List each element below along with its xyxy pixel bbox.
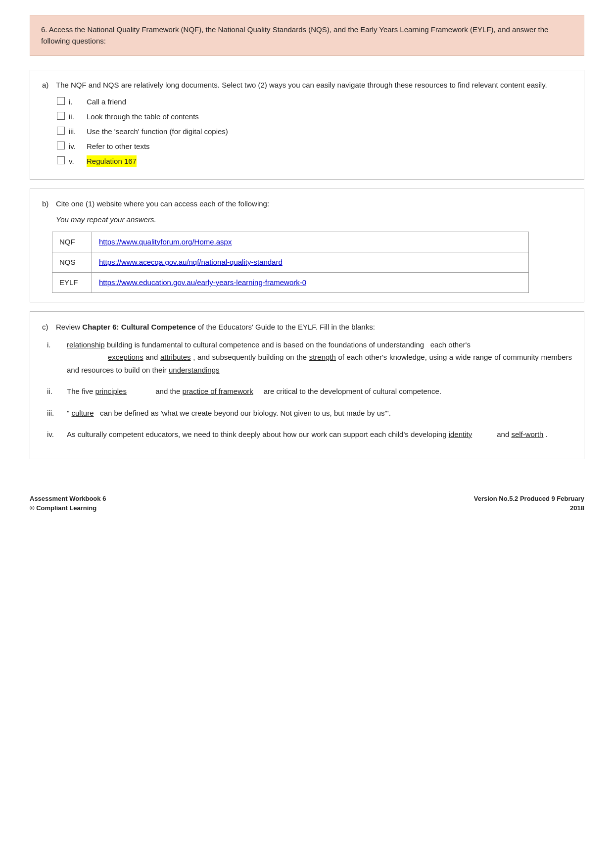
checkbox-label-ii: ii. Look through the table of contents xyxy=(69,111,199,123)
checkbox-item-iv: iv. Refer to other texts xyxy=(57,141,572,152)
checkbox-icon-i[interactable] xyxy=(57,97,65,105)
question-6-text: 6. Access the National Quality Framework… xyxy=(41,25,548,45)
section-b-box: b) Cite one (1) website where you can ac… xyxy=(30,189,584,302)
blank-ci-3: attributes xyxy=(160,353,191,361)
option-num-iv: iv. xyxy=(69,141,83,152)
checkbox-label-v: v. Regulation 167 xyxy=(69,155,137,167)
roman-item-ciii: iii. " culture can be defined as 'what w… xyxy=(47,407,572,420)
roman-num-ci: i. xyxy=(47,338,67,351)
option-text-v: Regulation 167 xyxy=(87,155,137,167)
label-nqf: NQF xyxy=(52,232,92,252)
checkbox-label-i: i. Call a friend xyxy=(69,96,126,108)
section-a-intro: The NQF and NQS are relatively long docu… xyxy=(56,79,547,91)
link-eylf[interactable]: https://www.education.gov.au/early-years… xyxy=(99,278,306,287)
checkbox-icon-v[interactable] xyxy=(57,156,65,164)
footer-year: 2018 xyxy=(474,503,584,513)
checkbox-icon-iii[interactable] xyxy=(57,127,65,135)
blank-ciii-1: culture xyxy=(72,409,94,417)
checkbox-item-i: i. Call a friend xyxy=(57,96,572,108)
section-a-header: a) The NQF and NQS are relatively long d… xyxy=(42,79,572,91)
table-row-nqs: NQS https://www.acecqa.gov.au/nqf/nation… xyxy=(52,252,529,273)
url-nqs: https://www.acecqa.gov.au/nqf/national-q… xyxy=(92,252,529,273)
resources-table: NQF https://www.qualityforum.org/Home.as… xyxy=(52,232,529,293)
footer-version: Version No.5.2 Produced 9 February xyxy=(474,494,584,504)
section-c-bold: Chapter 6: Cultural Competence xyxy=(82,323,195,331)
section-c-header: c) Review Chapter 6: Cultural Competence… xyxy=(42,321,572,334)
option-text-ii: Look through the table of contents xyxy=(87,111,199,123)
option-text-iii: Use the 'search' function (for digital c… xyxy=(87,126,228,138)
checkbox-item-v: v. Regulation 167 xyxy=(57,155,572,167)
checkbox-icon-iv[interactable] xyxy=(57,142,65,149)
section-b-label: b) xyxy=(42,198,56,210)
roman-list-c: i. relationship building is fundamental … xyxy=(47,338,572,441)
footer-left: Assessment Workbook 6 © Compliant Learni… xyxy=(30,494,106,513)
roman-num-cii: ii. xyxy=(47,385,67,398)
url-eylf: https://www.education.gov.au/early-years… xyxy=(92,273,529,293)
cii-text3: are critical to the development of cultu… xyxy=(255,387,441,395)
roman-text-ciii: " culture can be defined as 'what we cre… xyxy=(67,407,572,420)
ciii-text1: " xyxy=(67,409,69,417)
table-row-eylf: EYLF https://www.education.gov.au/early-… xyxy=(52,273,529,293)
roman-item-cii: ii. The five principles and the practice… xyxy=(47,385,572,398)
ci-text3: , and subsequently building on the xyxy=(193,353,309,361)
checkbox-list: i. Call a friend ii. Look through the ta… xyxy=(57,96,572,167)
blank-cii-2: practice of framework xyxy=(182,387,253,395)
roman-num-ciii: iii. xyxy=(47,407,67,420)
question-6-box: 6. Access the National Quality Framework… xyxy=(30,15,584,56)
section-b-header: b) Cite one (1) website where you can ac… xyxy=(42,198,572,210)
section-c-label: c) xyxy=(42,321,56,334)
section-c-intro: Review Chapter 6: Cultural Competence of… xyxy=(56,321,375,334)
civ-text1: As culturally competent educators, we ne… xyxy=(67,430,449,438)
option-text-i: Call a friend xyxy=(87,96,126,108)
cii-text1: The five xyxy=(67,387,95,395)
roman-num-civ: iv. xyxy=(47,428,67,441)
civ-text2: and xyxy=(474,430,511,438)
checkbox-icon-ii[interactable] xyxy=(57,112,65,120)
label-eylf: EYLF xyxy=(52,273,92,293)
label-nqs: NQS xyxy=(52,252,92,273)
roman-text-civ: As culturally competent educators, we ne… xyxy=(67,428,572,441)
footer-workbook: Assessment Workbook 6 xyxy=(30,494,106,504)
cii-text2: and the xyxy=(129,387,182,395)
ciii-text2: can be defined as 'what we create beyond… xyxy=(96,409,391,417)
checkbox-item-iii: iii. Use the 'search' function (for digi… xyxy=(57,126,572,138)
section-c-box: c) Review Chapter 6: Cultural Competence… xyxy=(30,311,584,459)
blank-cii-1: principles xyxy=(95,387,127,395)
checkbox-item-ii: ii. Look through the table of contents xyxy=(57,111,572,123)
blank-ci-1: relationship xyxy=(67,340,105,349)
footer-copyright: © Compliant Learning xyxy=(30,503,106,513)
civ-text3: . xyxy=(546,430,548,438)
link-nqs[interactable]: https://www.acecqa.gov.au/nqf/national-q… xyxy=(99,258,283,266)
section-a-box: a) The NQF and NQS are relatively long d… xyxy=(30,70,584,180)
option-text-iv: Refer to other texts xyxy=(87,141,150,152)
blank-ci-2: exceptions xyxy=(108,353,143,361)
checkbox-label-iii: iii. Use the 'search' function (for digi… xyxy=(69,126,228,138)
checkbox-label-iv: iv. Refer to other texts xyxy=(69,141,150,152)
blank-civ-1: identity xyxy=(449,430,472,438)
option-num-ii: ii. xyxy=(69,111,83,123)
table-row-nqf: NQF https://www.qualityforum.org/Home.as… xyxy=(52,232,529,252)
section-a-label: a) xyxy=(42,79,56,91)
footer-right: Version No.5.2 Produced 9 February 2018 xyxy=(474,494,584,513)
url-nqf: https://www.qualityforum.org/Home.aspx xyxy=(92,232,529,252)
section-b-note: You may repeat your answers. xyxy=(56,215,156,224)
ci-text2: and xyxy=(145,353,160,361)
roman-item-ci: i. relationship building is fundamental … xyxy=(47,338,572,377)
roman-text-ci: relationship building is fundamental to … xyxy=(67,338,572,377)
blank-ci-5: understandings xyxy=(169,366,220,374)
page-footer: Assessment Workbook 6 © Compliant Learni… xyxy=(30,489,584,513)
option-num-v: v. xyxy=(69,155,83,167)
section-b-intro: Cite one (1) website where you can acces… xyxy=(56,198,269,210)
option-num-iii: iii. xyxy=(69,126,83,138)
blank-civ-2: self-worth xyxy=(511,430,543,438)
option-num-i: i. xyxy=(69,96,83,108)
roman-item-civ: iv. As culturally competent educators, w… xyxy=(47,428,572,441)
blank-ci-4: strength xyxy=(309,353,336,361)
link-nqf[interactable]: https://www.qualityforum.org/Home.aspx xyxy=(99,238,232,246)
roman-text-cii: The five principles and the practice of … xyxy=(67,385,572,398)
